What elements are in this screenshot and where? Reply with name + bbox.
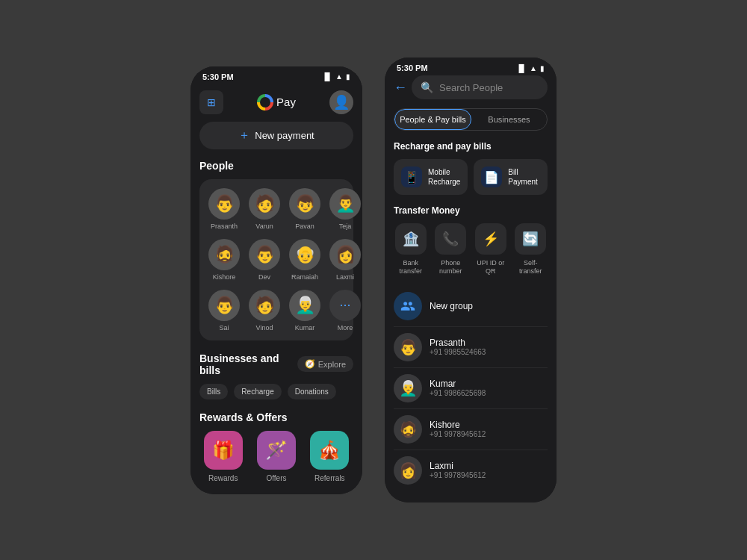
wifi-icon: ▲ [335,72,343,81]
pill-tab[interactable]: Bills [199,384,228,399]
person-item[interactable]: 👦Pavan [289,188,320,230]
contact-list: New group 👨 Prasanth +91 9985524663 👨‍🦳 … [394,286,548,491]
time-left: 5:30 PM [202,72,234,81]
search-placeholder: Search People [439,82,503,93]
avatar-face: 👤 [333,94,350,111]
reward-label: Offers [266,474,286,482]
search-row: ← 🔍 Search People [394,75,548,99]
reward-icon: 🪄 [257,431,296,470]
contact-phone: +91 9978945612 [430,471,486,479]
contact-name: Prasanth [430,337,486,348]
person-item[interactable]: ···More [329,290,361,332]
transfer-item[interactable]: ⚡ UPI ID or QR [474,223,508,276]
tab-toggle-btn[interactable]: People & Pay bills [394,109,471,130]
new-group-item[interactable]: New group [394,286,548,327]
person-avatar: 🧔 [208,239,240,270]
more-button[interactable]: ··· [329,290,361,321]
rewards-grid: 🎁 Rewards 🪄 Offers 🎪 Referrals [199,431,353,482]
contact-name: Kumar [430,379,486,389]
pill-tab[interactable]: Donations [288,384,336,399]
person-item[interactable]: 👨Prasanth [208,188,240,230]
person-item[interactable]: 🧑Varun [249,188,280,230]
transfer-label: UPI ID or QR [474,259,508,276]
tab-toggle-btn[interactable]: Businesses [471,109,547,130]
battery-icon-r: ▮ [540,64,545,72]
contact-item[interactable]: 🧔 Kishore +91 9978945612 [394,409,548,450]
contact-name: Laxmi [430,461,486,471]
search-icon: 🔍 [421,81,433,93]
recharge-icon: 📄 [481,167,502,187]
person-name: Kumar [295,324,315,332]
recharge-card[interactable]: 📄 BillPayment [474,159,548,195]
explore-button[interactable]: 🧭 Explore [297,356,353,372]
status-icons-left: ▐▌ ▲ ▮ [322,72,350,81]
contact-info: Prasanth +91 9985524663 [430,337,486,356]
time-right: 5:30 PM [397,63,428,72]
tab-toggle: People & Pay billsBusinesses [394,108,548,131]
search-bar[interactable]: 🔍 Search People [412,75,548,99]
new-group-icon [394,292,422,320]
person-name: Dev [258,273,270,281]
person-item[interactable]: 👨‍🦱Teja [329,188,361,230]
person-name: Ramaiah [291,273,318,281]
new-group-label: New group [430,301,473,311]
transfer-label: Bank transfer [394,259,428,276]
biz-header: Businesses and bills 🧭 Explore [199,352,353,376]
person-item[interactable]: 👨Dev [249,239,280,281]
person-name: Pavan [295,223,314,230]
person-name: Kishore [213,273,236,281]
transfer-label: Phone number [434,259,468,276]
status-icons-right: ▐▌ ▲ ▮ [516,64,545,72]
home-header: ⊞ Pay 👤 [199,84,353,122]
transfer-grid: 🏦 Bank transfer 📞 Phone number ⚡ UPI ID … [394,223,548,276]
recharge-label: MobileRecharge [428,167,460,187]
person-avatar: 🧑 [249,290,280,321]
contact-item[interactable]: 👨 Prasanth +91 9985524663 [394,327,548,368]
reward-icon: 🎪 [310,431,349,470]
transfer-item[interactable]: 🔄 Self-transfer [514,223,548,276]
biz-title: Businesses and bills [199,352,297,376]
recharge-grid: 📱 MobileRecharge 📄 BillPayment [394,159,548,195]
back-button[interactable]: ← [394,80,407,96]
person-item[interactable]: 👨Sai [208,290,240,332]
contact-item[interactable]: 👩 Laxmi +91 9978945612 [394,450,548,491]
contact-phone: +91 9985524663 [430,348,486,356]
reward-item[interactable]: 🎪 Referrals [306,431,353,482]
person-item[interactable]: 👴Ramaiah [289,239,320,281]
new-group-info: New group [430,301,473,311]
status-bar-right: 5:30 PM ▐▌ ▲ ▮ [385,57,557,75]
menu-icon[interactable]: ⊞ [199,90,223,114]
contact-item[interactable]: 👨‍🦳 Kumar +91 9986625698 [394,368,548,409]
home-screen: ⊞ Pay 👤 ＋ New payment People 👨Prasanth🧑V… [190,84,362,494]
person-avatar: 👦 [289,188,320,220]
contact-info: Laxmi +91 9978945612 [430,461,486,479]
new-payment-button[interactable]: ＋ New payment [199,122,353,149]
contact-avatar: 👩 [394,456,422,485]
contact-avatar: 🧔 [394,415,422,444]
signal-icon: ▐▌ [322,72,332,81]
person-item[interactable]: 🧑Vinod [249,290,280,332]
reward-item[interactable]: 🎁 Rewards [199,431,247,482]
transfer-icon: ⚡ [475,223,506,255]
reward-item[interactable]: 🪄 Offers [252,431,300,482]
pill-tab[interactable]: Recharge [234,384,281,399]
search-screen: ← 🔍 Search People People & Pay billsBusi… [385,75,557,503]
person-item[interactable]: 🧔Kishore [208,239,240,281]
person-name: Sai [219,324,229,332]
person-item[interactable]: 👩Laxmi [329,239,361,281]
transfer-item[interactable]: 📞 Phone number [434,223,468,276]
recharge-card[interactable]: 📱 MobileRecharge [394,159,468,195]
person-item[interactable]: 👨‍🦳Kumar [289,290,320,332]
recharge-label: BillPayment [508,167,537,187]
contact-avatar: 👨 [394,333,422,361]
user-avatar[interactable]: 👤 [329,90,353,114]
recharge-icon: 📱 [401,167,422,187]
new-payment-label: New payment [255,130,314,141]
transfer-title: Transfer Money [394,205,548,216]
transfer-item[interactable]: 🏦 Bank transfer [394,223,428,276]
gpay-logo: Pay [257,94,296,111]
g-inner [260,97,270,108]
contact-avatar: 👨‍🦳 [394,374,422,402]
transfer-label: Self-transfer [514,259,548,276]
bill-tabs: BillsRechargeDonations [199,384,353,399]
